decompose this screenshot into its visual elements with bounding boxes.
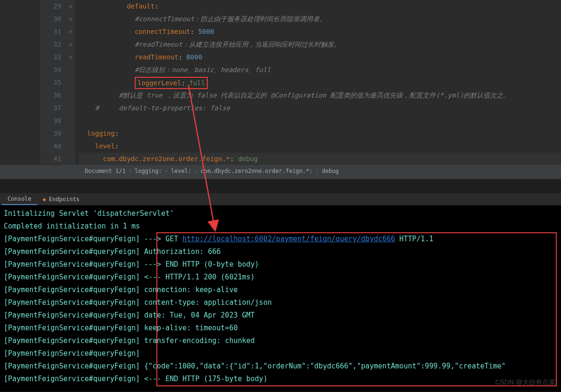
tab-label: Console [8, 196, 32, 202]
code-line[interactable]: loggerLevel: full [79, 76, 561, 89]
console-line: [PaymentFeignService#queryFeign] content… [4, 296, 557, 309]
line-number: 38 [40, 114, 61, 127]
endpoints-icon: ◆ [43, 196, 46, 203]
line-number: 29 [40, 0, 61, 13]
code-token: com.dbydc.zero2one.order.feign.* [103, 155, 230, 163]
log-text: ---> GET [144, 235, 182, 243]
tab-endpoints[interactable]: ◆ Endpoints [37, 194, 85, 204]
breadcrumb-separator: › [165, 168, 168, 174]
log-text: HTTP/1.1 [395, 235, 433, 243]
gutter-margin [0, 0, 40, 165]
highlight-box: loggerLevel: full [135, 77, 208, 89]
fold-marker[interactable]: ⊟ [66, 51, 75, 64]
line-number: 36 [40, 89, 61, 102]
service-tag: [PaymentFeignService#queryFeign] [4, 375, 144, 383]
breadcrumb-item[interactable]: logging: [135, 168, 162, 174]
code-line[interactable] [79, 114, 561, 127]
code-token: ，设置为 [163, 91, 197, 99]
code-token: : [115, 142, 119, 150]
service-tag: [PaymentFeignService#queryFeign] [4, 247, 144, 256]
code-line[interactable]: default: [79, 0, 561, 13]
log-text: transfer-encoding: chunked [144, 336, 255, 345]
log-text: <--- END HTTP (175-byte body) [144, 375, 268, 383]
log-text: keep-alive: timeout=60 [144, 324, 238, 332]
code-line[interactable]: #connectTimeout：防止由于服务器处理时间长而阻塞调用者。 [79, 13, 561, 25]
code-line[interactable]: logging: [79, 127, 561, 140]
line-number: 37 [40, 102, 61, 114]
code-token: 8000 [187, 53, 203, 61]
log-text: Authorization: 666 [144, 247, 221, 256]
code-token: #readTimeout：从建立连接开始应用，当返回响应时间过长时触发。 [135, 41, 341, 48]
breadcrumb[interactable]: Document 1/1›logging:›level:›com.dbydc.z… [0, 165, 561, 179]
service-tag: [PaymentFeignService#queryFeign] [4, 336, 144, 345]
breadcrumb-item[interactable]: level: [171, 168, 191, 174]
url-link[interactable]: http://localhost:6002/payment/feign/quer… [182, 235, 395, 243]
console-line: Initializing Servlet 'dispatcherServlet' [4, 207, 557, 220]
code-token: : [190, 28, 198, 35]
log-text: {"code":1000,"data":{"id":1,"orderNum":"… [144, 362, 506, 370]
code-token: false [197, 91, 217, 99]
console-line: [PaymentFeignService#queryFeign] {"code"… [4, 360, 557, 373]
code-token: 代表以自定义的 [217, 91, 271, 99]
code-token: # [95, 104, 99, 112]
breadcrumb-item[interactable]: debug [322, 168, 339, 174]
code-token: full [189, 79, 205, 87]
tab-label: Endpoints [49, 196, 80, 203]
breadcrumb-item[interactable]: com.dbydc.zero2one.order.feign.*: [201, 168, 313, 174]
console-line: [PaymentFeignService#queryFeign] keep-al… [4, 322, 557, 335]
editor-pane: 29303132333435363738394041 ⊟⊟⊟⊟⊟ default… [0, 0, 561, 165]
service-tag: [PaymentFeignService#queryFeign] [4, 298, 144, 307]
line-number: 31 [40, 25, 61, 38]
log-text: Completed initialization in 1 ms [4, 222, 140, 230]
code-token: @Configuration [271, 91, 326, 99]
code-token: : [181, 79, 189, 87]
line-number: 41 [40, 153, 61, 165]
spacer [0, 179, 561, 193]
code-line[interactable]: com.dbydc.zero2one.order.feign.*: debug [79, 153, 561, 165]
code-line[interactable]: #默认是 true ，设置为 false 代表以自定义的 @Configurat… [79, 89, 561, 102]
tab-console[interactable]: Console [2, 194, 37, 205]
code-token: 5000 [198, 28, 214, 35]
console-line: [PaymentFeignService#queryFeign] <--- EN… [4, 373, 557, 385]
breadcrumb-item[interactable]: Document 1/1 [85, 168, 126, 174]
code-area[interactable]: default: #connectTimeout：防止由于服务器处理时间长而阻塞… [75, 0, 561, 165]
console-line: [PaymentFeignService#queryFeign] <--- HT… [4, 271, 557, 284]
code-line[interactable]: connectTimeout: 5000 [79, 25, 561, 38]
code-token: true [146, 91, 163, 99]
fold-gutter[interactable]: ⊟⊟⊟⊟⊟ [66, 0, 75, 165]
service-tag: [PaymentFeignService#queryFeign] [4, 286, 144, 294]
service-tag: [PaymentFeignService#queryFeign] [4, 362, 144, 370]
code-token: : [115, 130, 119, 137]
code-token: : [179, 53, 187, 61]
service-tag: [PaymentFeignService#queryFeign] [4, 311, 144, 319]
log-text: content-type: application/json [144, 298, 272, 307]
code-token: logging [87, 130, 115, 137]
service-tag: [PaymentFeignService#queryFeign] [4, 260, 144, 269]
line-number: 40 [40, 140, 61, 153]
code-line[interactable]: #日志级别：none、basic、headers、full [79, 64, 561, 76]
fold-marker[interactable]: ⊟ [66, 0, 75, 13]
code-line[interactable]: #readTimeout：从建立连接开始应用，当返回响应时间过长时触发。 [79, 38, 561, 51]
watermark: CSDN @大白有点菜 [495, 376, 555, 389]
service-tag: [PaymentFeignService#queryFeign] [4, 324, 144, 332]
fold-marker[interactable]: ⊟ [66, 13, 75, 25]
service-tag: [PaymentFeignService#queryFeign] [4, 273, 144, 281]
log-text: <--- HTTP/1.1 200 (6021ms) [144, 273, 255, 281]
console-output[interactable]: Initializing Servlet 'dispatcherServlet'… [0, 205, 561, 392]
code-line[interactable]: readTimeout: 8000 [79, 51, 561, 64]
line-number: 32 [40, 38, 61, 51]
log-text: Initializing Servlet 'dispatcherServlet' [4, 209, 174, 218]
code-line[interactable]: # default-to-properties: false [79, 102, 561, 114]
fold-marker[interactable]: ⊟ [66, 38, 75, 51]
fold-marker[interactable]: ⊟ [66, 25, 75, 38]
log-text: ---> END HTTP (0-byte body) [144, 260, 259, 269]
service-tag: [PaymentFeignService#queryFeign] [4, 235, 144, 243]
code-line[interactable]: level: [79, 140, 561, 153]
log-text: connection: keep-alive [144, 286, 238, 294]
console-line: Completed initialization in 1 ms [4, 220, 557, 233]
console-line: [PaymentFeignService#queryFeign] [4, 347, 557, 360]
console-line: [PaymentFeignService#queryFeign] connect… [4, 284, 557, 296]
service-tag: [PaymentFeignService#queryFeign] [4, 349, 140, 358]
log-text: GMT [242, 311, 255, 319]
code-token: #默认是 [119, 91, 146, 99]
